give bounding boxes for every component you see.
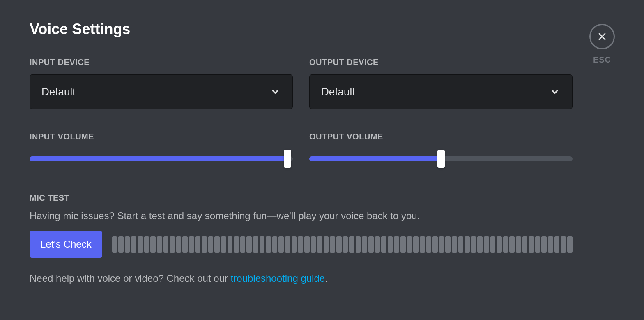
meter-bar xyxy=(420,236,425,253)
meter-bar xyxy=(125,236,130,253)
input-device-label: INPUT DEVICE xyxy=(30,58,293,67)
meter-bar xyxy=(138,236,143,253)
meter-bar xyxy=(330,236,335,253)
esc-label: ESC xyxy=(593,55,611,65)
meter-bar xyxy=(458,236,464,253)
meter-bar xyxy=(439,236,444,253)
meter-bar xyxy=(394,236,399,253)
meter-bar xyxy=(285,236,290,253)
meter-bar xyxy=(445,236,451,253)
meter-bar xyxy=(298,236,303,253)
meter-bar xyxy=(509,236,515,253)
meter-bar xyxy=(426,236,432,253)
meter-bar xyxy=(477,236,483,253)
meter-bar xyxy=(163,236,169,253)
chevron-down-icon xyxy=(549,86,561,97)
meter-bar xyxy=(260,236,265,253)
meter-bar xyxy=(541,236,547,253)
meter-bar xyxy=(304,236,310,253)
meter-bar xyxy=(503,236,508,253)
meter-bar xyxy=(240,236,246,253)
chevron-down-icon xyxy=(269,86,281,97)
meter-bar xyxy=(278,236,284,253)
meter-bar xyxy=(407,236,412,253)
meter-bar xyxy=(349,236,354,253)
help-text: Need help with voice or video? Check out… xyxy=(30,273,573,284)
meter-bar xyxy=(356,236,361,253)
meter-bar xyxy=(465,236,470,253)
meter-bar xyxy=(336,236,342,253)
meter-bar xyxy=(343,236,348,253)
slider-fill xyxy=(309,156,441,161)
mic-test-description: Having mic issues? Start a test and say … xyxy=(30,210,573,222)
meter-bar xyxy=(292,236,297,253)
meter-bar xyxy=(567,236,573,253)
output-device-label: OUTPUT DEVICE xyxy=(309,58,573,67)
mic-test-check-button[interactable]: Let's Check xyxy=(30,231,102,258)
meter-bar xyxy=(196,236,201,253)
input-device-value: Default xyxy=(41,86,75,98)
meter-bar xyxy=(522,236,528,253)
meter-bar xyxy=(375,236,380,253)
meter-bar xyxy=(317,236,322,253)
meter-bar xyxy=(324,236,329,253)
meter-bar xyxy=(272,236,278,253)
meter-bar xyxy=(112,236,117,253)
meter-bar xyxy=(221,236,226,253)
output-volume-label: OUTPUT VOLUME xyxy=(309,132,573,141)
mic-level-meter xyxy=(112,236,573,253)
meter-bar xyxy=(176,236,182,253)
slider-thumb[interactable] xyxy=(437,150,445,168)
meter-bar xyxy=(388,236,393,253)
meter-bar xyxy=(144,236,150,253)
input-volume-slider[interactable] xyxy=(30,149,293,169)
meter-bar xyxy=(150,236,156,253)
meter-bar xyxy=(452,236,457,253)
meter-bar xyxy=(381,236,386,253)
meter-bar xyxy=(548,236,553,253)
output-volume-slider[interactable] xyxy=(309,149,573,169)
help-suffix: . xyxy=(325,273,328,284)
meter-bar xyxy=(516,236,521,253)
meter-bar xyxy=(554,236,560,253)
meter-bar xyxy=(189,236,194,253)
help-prefix: Need help with voice or video? Check out… xyxy=(30,273,231,284)
meter-bar xyxy=(157,236,162,253)
meter-bar xyxy=(529,236,534,253)
meter-bar xyxy=(400,236,406,253)
meter-bar xyxy=(497,236,502,253)
meter-bar xyxy=(182,236,188,253)
input-volume-label: INPUT VOLUME xyxy=(30,132,293,141)
meter-bar xyxy=(368,236,374,253)
meter-bar xyxy=(362,236,367,253)
meter-bar xyxy=(484,236,489,253)
meter-bar xyxy=(311,236,316,253)
meter-bar xyxy=(535,236,540,253)
page-title: Voice Settings xyxy=(30,21,573,38)
meter-bar xyxy=(214,236,220,253)
meter-bar xyxy=(413,236,419,253)
close-button[interactable] xyxy=(589,24,615,49)
meter-bar xyxy=(202,236,207,253)
meter-bar xyxy=(228,236,233,253)
meter-bar xyxy=(170,236,175,253)
meter-bar xyxy=(490,236,496,253)
meter-bar xyxy=(131,236,136,253)
meter-bar xyxy=(234,236,239,253)
meter-bar xyxy=(118,236,124,253)
close-icon xyxy=(596,31,608,42)
meter-bar xyxy=(266,236,271,253)
meter-bar xyxy=(471,236,476,253)
slider-thumb[interactable] xyxy=(284,150,291,168)
output-device-value: Default xyxy=(321,86,355,98)
meter-bar xyxy=(253,236,258,253)
mic-test-label: MIC TEST xyxy=(30,193,573,203)
input-device-select[interactable]: Default xyxy=(30,74,293,109)
slider-fill xyxy=(30,156,288,161)
meter-bar xyxy=(561,236,566,253)
output-device-select[interactable]: Default xyxy=(309,74,573,109)
meter-bar xyxy=(208,236,214,253)
meter-bar xyxy=(246,236,252,253)
troubleshooting-guide-link[interactable]: troubleshooting guide xyxy=(231,273,325,284)
meter-bar xyxy=(432,236,438,253)
